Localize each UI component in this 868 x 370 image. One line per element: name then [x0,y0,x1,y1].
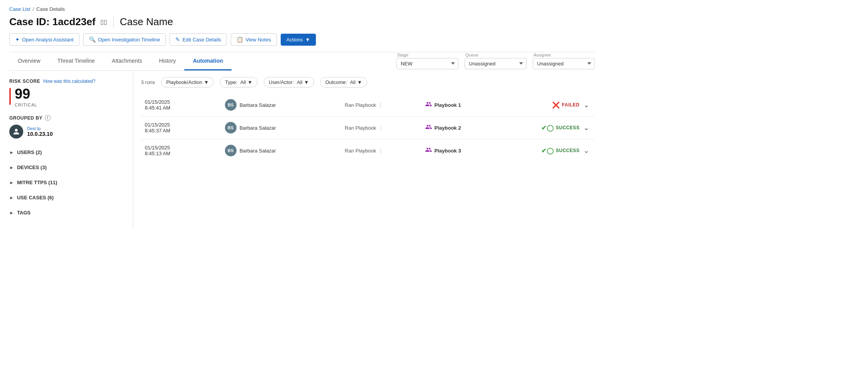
breadcrumb: Case List / Case Details [9,6,595,12]
run-playbook: Playbook 1 [425,101,492,109]
outcome-label: SUCCESS [556,148,580,153]
chevron-right-icon: ► [9,150,14,155]
open-analyst-button[interactable]: ✦ Open Analyst Assistant [9,33,79,46]
type-filter-value: All [240,79,246,85]
chevron-down-icon: ▼ [204,79,209,85]
chevron-down-icon: ▼ [305,37,310,43]
chevron-down-icon: ▼ [357,79,362,85]
risk-score-section: RISK SCORE How was this calculated? 99 C… [9,79,127,107]
playbook-action-label: Playbook/Action [166,79,202,85]
use-cases-header[interactable]: ► USE CASES (6) [9,192,127,204]
user-actor-filter[interactable]: User/Actor: All ▼ [264,77,314,87]
tabs-dropdowns: Stage NEW IN PROGRESS CLOSED Queue Unass… [396,53,595,71]
actions-row: ✦ Open Analyst Assistant 🔍 Open Investig… [9,33,595,46]
type-filter[interactable]: Type: All ▼ [220,77,257,87]
success-icon: ✔◯ [541,124,554,132]
run-action-cell: Ran Playbook | [341,94,421,116]
devices-header[interactable]: ► DEVICES (3) [9,161,127,173]
table-row: 01/15/2025 8:45:13 AM BS Barbara Salazar [141,139,595,162]
assignee-select[interactable]: Unassigned [533,58,595,69]
tabs-bar: Overview Threat Timeline Attachments His… [9,52,232,71]
expand-row-button[interactable]: ⌄ [582,123,591,132]
right-panel: 3 runs Playbook/Action ▼ Type: All ▼ Use… [133,71,595,230]
playbook-icon [425,146,432,155]
breadcrumb-case-list[interactable]: Case List [9,6,30,12]
tab-automation[interactable]: Automation [184,52,232,70]
expandable-users: ► USERS (2) [9,146,127,158]
mitre-header[interactable]: ► MITRE TTPS (11) [9,176,127,188]
info-icon[interactable]: i [45,115,51,121]
expandable-sections: ► USERS (2) ► DEVICES (3) ► MITRE TTPS (… [9,146,127,219]
run-outcome: ✔◯ SUCCESS ⌄ [500,146,591,155]
assignee-label: Assignee [533,53,595,57]
actions-button[interactable]: Actions ▼ [281,34,316,46]
tab-history[interactable]: History [151,52,185,70]
devices-label: DEVICES (3) [17,164,47,170]
expandable-mitre: ► MITRE TTPS (11) [9,176,127,188]
edit-case-button[interactable]: ✎ Edit Case Details [170,33,227,46]
edit-case-label: Edit Case Details [182,37,221,43]
table-row: 01/15/2025 8:45:37 AM BS Barbara Salazar [141,116,595,139]
left-panel: RISK SCORE How was this calculated? 99 C… [9,71,133,230]
users-header[interactable]: ► USERS (2) [9,146,127,158]
risk-value-row: 99 CRITICAL [9,87,127,107]
playbook-icon [425,101,432,109]
run-date: 01/15/2025 8:45:13 AM [145,145,217,156]
actor-name: Barbara Salazar [240,102,276,108]
expandable-use-cases: ► USE CASES (6) [9,192,127,204]
tab-overview[interactable]: Overview [9,52,49,70]
open-investigation-button[interactable]: 🔍 Open Investigation Timeline [83,33,166,46]
copy-icon[interactable]: ▯▯ [100,18,107,26]
sparkle-icon: ✦ [15,36,20,43]
open-analyst-label: Open Analyst Assistant [22,37,74,43]
queue-dropdown-group: Queue Unassigned [465,53,527,69]
page-container: Case List / Case Details Case ID: 1acd23… [0,0,604,236]
playbook-name: Playbook 3 [434,148,461,154]
actor-avatar: BS [225,99,237,111]
run-datetime-cell: 01/15/2025 8:45:41 AM [141,94,221,116]
mitre-label: MITRE TTPS (11) [17,180,57,185]
use-cases-label: USE CASES (6) [17,195,54,200]
grouped-by-label: GROUPED BY i [9,115,127,121]
run-actor: BS Barbara Salazar [225,145,337,156]
tags-header[interactable]: ► TAGS [9,207,127,219]
how-calculated-link[interactable]: How was this calculated? [43,79,96,84]
entity-name: 10.0.23.10 [27,131,53,137]
run-actor: BS Barbara Salazar [225,122,337,134]
run-playbook: Playbook 3 [425,146,492,155]
search-icon: 🔍 [89,36,96,43]
queue-label: Queue [465,53,527,57]
entity-avatar [9,125,23,139]
queue-select[interactable]: Unassigned [465,58,527,69]
grouped-by-section: GROUPED BY i Dest Ip 10.0.23.10 [9,115,127,139]
filter-bar: 3 runs Playbook/Action ▼ Type: All ▼ Use… [141,77,595,87]
run-playbook-cell: Playbook 2 [421,116,496,139]
run-action-cell: Ran Playbook | [341,116,421,139]
runs-table: 01/15/2025 8:45:41 AM BS Barbara Salazar [141,94,595,162]
open-investigation-label: Open Investigation Timeline [98,37,160,43]
edit-icon: ✎ [175,36,180,43]
expand-row-button[interactable]: ⌄ [582,146,591,155]
breadcrumb-separator: / [33,6,34,12]
entity-info: Dest Ip 10.0.23.10 [27,126,53,137]
tags-label: TAGS [17,210,31,216]
tab-threat-timeline[interactable]: Threat Timeline [49,52,103,70]
view-notes-button[interactable]: 📋 View Notes [231,33,277,46]
entity-type[interactable]: Dest Ip [27,126,53,131]
main-content: RISK SCORE How was this calculated? 99 C… [9,71,595,230]
playbook-action-filter[interactable]: Playbook/Action ▼ [161,77,214,87]
tab-attachments[interactable]: Attachments [103,52,151,70]
title-row: Case ID: 1acd23ef ▯▯ Case Name [9,16,595,28]
risk-level: CRITICAL [15,103,37,107]
outcome-filter[interactable]: Outcome: All ▼ [320,77,367,87]
notes-icon: 📋 [237,36,243,43]
stage-select[interactable]: NEW IN PROGRESS CLOSED [396,58,458,69]
playbook-name: Playbook 1 [434,102,461,108]
run-actor-cell: BS Barbara Salazar [221,139,341,162]
actor-name: Barbara Salazar [240,148,276,154]
actor-avatar: BS [225,145,237,156]
expand-row-button[interactable]: ⌄ [582,101,591,109]
actions-label: Actions [286,37,303,43]
run-actor-cell: BS Barbara Salazar [221,94,341,116]
actor-avatar: BS [225,122,237,134]
